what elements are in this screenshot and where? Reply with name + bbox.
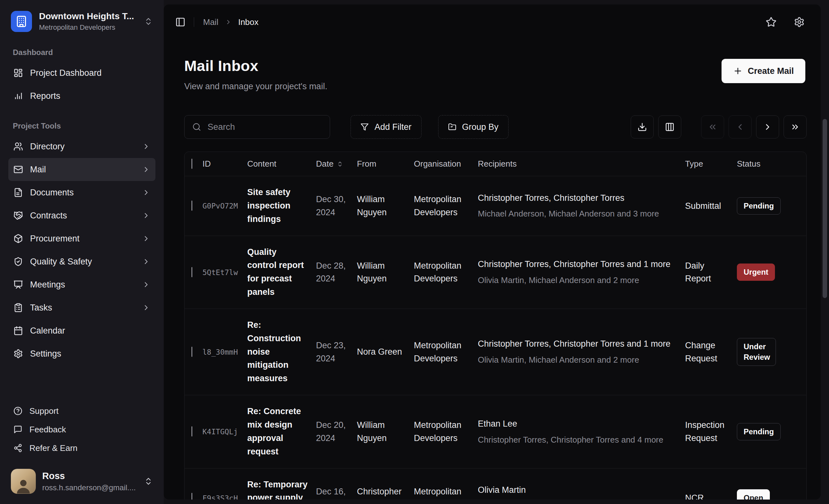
breadcrumb-mail[interactable]: Mail bbox=[203, 17, 218, 27]
date-sort-icon[interactable] bbox=[337, 161, 343, 167]
mail-id: l8_30mmH bbox=[203, 348, 238, 356]
mail-id: 5QtEt7lw bbox=[203, 268, 238, 277]
sidebar-item-directory[interactable]: Directory bbox=[8, 135, 155, 158]
search-input[interactable] bbox=[208, 122, 322, 132]
page-title: Mail Inbox bbox=[184, 57, 327, 74]
sidebar-item-label: Project Dashboard bbox=[30, 68, 102, 78]
status-badge: Open bbox=[737, 489, 770, 500]
chevron-right-icon bbox=[142, 281, 150, 289]
sidebar-item-label: Calendar bbox=[30, 326, 65, 336]
table-row[interactable]: K4ITGQLj Re: Concrete mix design approva… bbox=[185, 395, 806, 468]
status-badge: Under Review bbox=[737, 338, 776, 366]
row-checkbox[interactable] bbox=[191, 267, 192, 277]
sidebar-item-label: Refer & Earn bbox=[29, 443, 77, 453]
row-checkbox[interactable] bbox=[191, 426, 192, 436]
sidebar-toggle-icon[interactable] bbox=[175, 17, 185, 27]
star-icon[interactable] bbox=[766, 16, 777, 28]
chevrons-up-down-icon bbox=[144, 477, 153, 486]
mail-organisation: Metropolitan Developers bbox=[414, 259, 478, 285]
sidebar-item-documents[interactable]: Documents bbox=[8, 181, 155, 204]
add-filter-button[interactable]: Add Filter bbox=[351, 115, 422, 139]
status-badge: Pending bbox=[737, 197, 781, 215]
sidebar-item-refer-earn[interactable]: Refer & Earn bbox=[8, 439, 155, 457]
recipients-primary: Christopher Torres, Christopher Torres a… bbox=[478, 258, 685, 271]
sidebar: Downtown Heights T... Metropolitan Devel… bbox=[0, 0, 164, 504]
table-header-row: ID Content Date From Organisation bbox=[185, 152, 806, 176]
mail-from: Nora Green bbox=[357, 346, 414, 359]
table-row[interactable]: l8_30mmH Re: Construction noise mitigati… bbox=[185, 309, 806, 395]
table-row[interactable]: F9s3S3cH Re: Temporary power supply requ… bbox=[185, 468, 806, 500]
sidebar-item-settings[interactable]: Settings bbox=[8, 342, 155, 365]
recipients-secondary: Olivia Martin, Michael Anderson and 2 mo… bbox=[478, 275, 685, 286]
mail-id: K4ITGQLj bbox=[203, 428, 238, 436]
org-selector[interactable]: Downtown Heights T... Metropolitan Devel… bbox=[8, 9, 155, 34]
mail-id: F9s3S3cH bbox=[203, 494, 238, 500]
create-mail-button[interactable]: Create Mail bbox=[722, 59, 805, 83]
avatar bbox=[11, 469, 36, 494]
user-menu[interactable]: Ross ross.h.sanderson@gmail.... bbox=[8, 466, 155, 497]
prev-page-button[interactable] bbox=[729, 115, 752, 139]
sidebar-item-tasks[interactable]: Tasks bbox=[8, 296, 155, 319]
page-header: Mail Inbox View and manage your project'… bbox=[164, 28, 821, 92]
columns-button[interactable] bbox=[658, 115, 681, 139]
row-checkbox[interactable] bbox=[191, 493, 192, 500]
table-row[interactable]: 5QtEt7lw Quality control report for prec… bbox=[185, 236, 806, 309]
gear-icon bbox=[13, 349, 23, 359]
bar-chart-icon bbox=[13, 91, 23, 101]
chevron-right-icon bbox=[142, 235, 150, 243]
mail-content: Re: Concrete mix design approval request bbox=[247, 405, 316, 458]
mail-date: Dec 30, 2024 bbox=[316, 193, 357, 219]
sidebar-item-quality-safety[interactable]: Quality & Safety bbox=[8, 250, 155, 273]
share-icon bbox=[13, 443, 23, 453]
mail-type: Change Request bbox=[685, 339, 737, 365]
user-email: ross.h.sanderson@gmail.... bbox=[42, 483, 138, 492]
status-badge: Pending bbox=[737, 423, 781, 440]
recipients-primary: Christopher Torres, Christopher Torres bbox=[478, 192, 685, 204]
vertical-scrollbar[interactable] bbox=[823, 119, 827, 298]
row-checkbox[interactable] bbox=[191, 201, 192, 211]
first-page-button[interactable] bbox=[701, 115, 724, 139]
sidebar-item-project-dashboard[interactable]: Project Dashboard bbox=[8, 61, 155, 84]
sidebar-item-meetings[interactable]: Meetings bbox=[8, 273, 155, 296]
recipients-primary: Ethan Lee bbox=[478, 418, 685, 430]
gear-icon[interactable] bbox=[794, 16, 805, 28]
sidebar-item-label: Contracts bbox=[30, 211, 67, 221]
mail-from: William Nguyen bbox=[357, 419, 414, 444]
sidebar-footer: Support Feedback Refer & Earn Ross ross.… bbox=[8, 402, 155, 497]
sidebar-item-contracts[interactable]: Contracts bbox=[8, 204, 155, 227]
mail-from: William Nguyen bbox=[357, 193, 414, 219]
sidebar-item-support[interactable]: Support bbox=[8, 402, 155, 420]
create-mail-label: Create Mail bbox=[748, 66, 794, 76]
mail-date: Dec 20, 2024 bbox=[316, 419, 357, 444]
select-all-checkbox[interactable] bbox=[191, 158, 192, 169]
sidebar-item-mail[interactable]: Mail bbox=[8, 158, 155, 181]
sidebar-item-reports[interactable]: Reports bbox=[8, 84, 155, 107]
mail-from: Christopher Torres bbox=[357, 485, 414, 500]
chevron-right-icon bbox=[142, 188, 150, 197]
search-box bbox=[184, 115, 330, 139]
toolbar: Add Filter Group By bbox=[164, 92, 821, 139]
group-by-button[interactable]: Group By bbox=[438, 115, 508, 139]
sidebar-item-label: Mail bbox=[30, 165, 46, 175]
package-icon bbox=[13, 234, 23, 243]
chevrons-left-icon bbox=[708, 122, 717, 132]
file-text-icon bbox=[13, 188, 23, 197]
content-card: Mail Inbox Mail Inbox View and manage yo… bbox=[164, 4, 821, 500]
chevron-right-icon bbox=[142, 142, 150, 151]
building-icon bbox=[15, 15, 28, 28]
next-page-button[interactable] bbox=[756, 115, 779, 139]
download-button[interactable] bbox=[631, 115, 654, 139]
table-row[interactable]: G0PvO72M Site safety inspection findings… bbox=[185, 176, 806, 236]
row-checkbox[interactable] bbox=[191, 347, 192, 357]
sidebar-item-calendar[interactable]: Calendar bbox=[8, 319, 155, 342]
column-header-organisation: Organisation bbox=[414, 152, 478, 176]
last-page-button[interactable] bbox=[784, 115, 806, 139]
page-subtitle: View and manage your project's mail. bbox=[184, 81, 327, 92]
sidebar-item-label: Tasks bbox=[30, 303, 52, 313]
org-name: Downtown Heights T... bbox=[39, 11, 137, 22]
sidebar-item-procurement[interactable]: Procurement bbox=[8, 227, 155, 250]
plus-icon bbox=[733, 66, 743, 76]
chevron-right-icon bbox=[142, 257, 150, 266]
sidebar-item-feedback[interactable]: Feedback bbox=[8, 420, 155, 439]
sidebar-item-label: Feedback bbox=[29, 425, 66, 435]
